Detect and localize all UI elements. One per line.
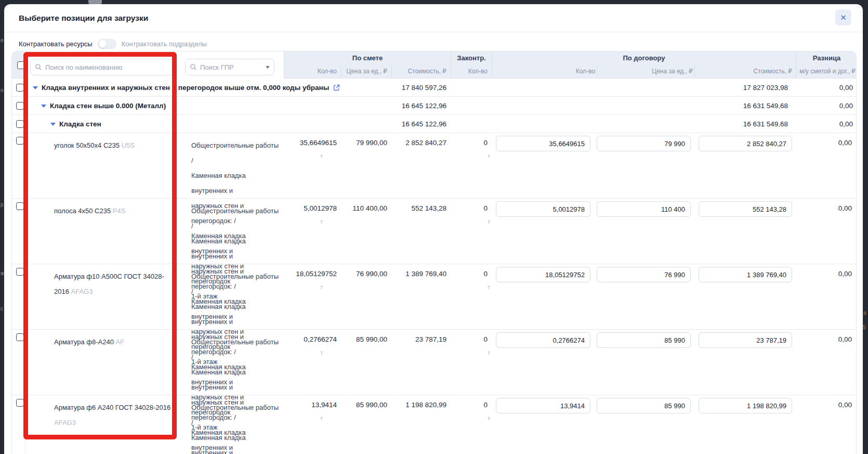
group-contract-cost: 16 631 549,68	[699, 97, 792, 115]
subheader-estimate-cost: Стоимость, ₽	[391, 65, 451, 77]
difference-value: 0,00	[796, 335, 857, 343]
contract-qty-input[interactable]	[496, 398, 590, 413]
subheader-estimate-price: Цена за ед., ₽	[341, 65, 391, 77]
group-name: Кладка стен выше 0.000 (Металл)	[50, 97, 166, 115]
search-icon	[35, 63, 42, 71]
header-group-estimate: По смете	[284, 51, 451, 64]
external-link-icon[interactable]	[333, 84, 340, 92]
toggle-label: Контрактовать ресурсы	[19, 40, 93, 48]
difference-value: 0,00	[796, 204, 857, 212]
contracted-qty: 0	[451, 204, 492, 212]
unit-label: т	[451, 349, 490, 356]
contract-price-input[interactable]	[597, 398, 691, 413]
toggle-secondary-label: Контрактовать подразделы	[122, 40, 207, 48]
contract-price-input[interactable]	[597, 201, 691, 217]
backdrop-fragment: 5	[863, 325, 866, 330]
table-rows: Кладка внутренних и наружных стен и пере…	[12, 79, 856, 454]
chevron-down-icon[interactable]	[266, 66, 270, 69]
contract-qty-input[interactable]	[496, 201, 590, 217]
toggle-knob	[99, 40, 107, 48]
estimate-cost: 1 198 820,99	[391, 401, 451, 409]
load-positions-modal: Выберите позиции для загрузки ✕ Контракт…	[4, 4, 863, 454]
unit-label: т	[284, 284, 323, 290]
unit-label: т	[284, 153, 323, 159]
unit-label: т	[451, 284, 490, 290]
backdrop-fragment: с	[1, 306, 3, 312]
difference-value: 0,00	[796, 139, 857, 147]
contract-price-input[interactable]	[597, 332, 691, 348]
item-name: Арматура ф6 А240 ГОСТ 34028-2016	[54, 404, 170, 411]
contract-cost-input[interactable]	[699, 136, 792, 151]
backdrop-fragment: о	[1, 87, 4, 93]
unit-label: т	[451, 415, 490, 421]
select-all-checkbox[interactable]	[17, 61, 25, 69]
search-by-name	[30, 59, 176, 75]
contracted-qty: 0	[451, 401, 492, 409]
subheader-difference: м/у сметой и дог., ₽	[796, 65, 856, 77]
backdrop-fragment: е	[1, 37, 4, 43]
item-name: полоса 4x50 С235	[54, 207, 111, 215]
backdrop-fragment: ж	[1, 270, 4, 276]
contract-cost-input[interactable]	[699, 398, 792, 413]
close-icon[interactable]: ✕	[835, 9, 851, 25]
item-code: AF	[116, 338, 125, 346]
row-checkbox[interactable]	[16, 399, 24, 407]
contract-resources-toggle[interactable]	[98, 39, 116, 49]
unit-label: т	[451, 218, 490, 225]
table-row: Арматура ф6 А240 ГОСТ 34028-2016 AFAG3 О…	[12, 395, 856, 454]
row-checkbox[interactable]	[16, 137, 24, 145]
search-gpr-input[interactable]	[200, 63, 262, 71]
estimate-qty: 0,2766274	[284, 335, 341, 343]
contract-qty-input[interactable]	[496, 267, 590, 282]
search-gpr	[185, 59, 274, 75]
table-header: По смете Законтр. По договору Разница Ко…	[12, 51, 856, 79]
backdrop-fragment: а	[863, 310, 866, 316]
group-name: Кладка внутренних и наружных стен и пере…	[42, 79, 329, 97]
group-estimate-cost: 17 840 597,26	[391, 79, 451, 97]
row-checkbox[interactable]	[16, 102, 24, 110]
contracted-qty: 0	[451, 335, 492, 343]
table-row: Арматура ф8-А240 AF Общестроительные раб…	[12, 330, 856, 395]
contract-qty-input[interactable]	[496, 136, 590, 151]
contract-price-input[interactable]	[597, 136, 691, 151]
contract-qty-input[interactable]	[496, 332, 590, 348]
group-difference: 0,00	[796, 115, 857, 133]
estimate-cost: 552 143,28	[391, 204, 451, 212]
difference-value: 0,00	[796, 401, 857, 409]
row-checkbox[interactable]	[16, 268, 24, 276]
contract-cost-input[interactable]	[699, 332, 792, 348]
contract-price-input[interactable]	[597, 267, 691, 282]
item-name: Арматура ф8-А240	[54, 338, 114, 346]
contract-cost-input[interactable]	[699, 201, 792, 217]
estimate-price: 85 990,00	[341, 335, 391, 343]
search-name-input[interactable]	[45, 63, 172, 71]
item-code: P4S	[113, 207, 126, 215]
group-difference: 0,00	[796, 79, 857, 97]
estimate-qty: 13,9414	[284, 401, 341, 409]
row-checkbox[interactable]	[16, 84, 24, 92]
item-name: уголок 50x50x4 С235	[54, 141, 120, 149]
row-checkbox[interactable]	[16, 120, 24, 128]
table-row: полоса 4x50 С235 P4S Общестроительные ра…	[12, 199, 856, 264]
collapse-caret-icon[interactable]	[33, 86, 38, 89]
header-group-contract: По договору	[492, 51, 796, 64]
collapse-caret-icon[interactable]	[50, 123, 56, 126]
group-estimate-cost: 16 645 122,96	[391, 115, 451, 133]
group-name: Кладка стен	[59, 115, 101, 133]
header-group-contracted: Законтр.	[451, 51, 492, 64]
collapse-caret-icon[interactable]	[41, 105, 46, 108]
row-checkbox[interactable]	[16, 202, 24, 210]
group-difference: 0,00	[796, 97, 857, 115]
group-contract-cost: 16 631 549,68	[699, 115, 792, 133]
modal-titlebar: Выберите позиции для загрузки ✕	[4, 4, 863, 32]
estimate-qty: 35,6649615	[284, 139, 341, 147]
subheader-contract-cost: Стоимость, ₽	[694, 65, 792, 77]
subheader-estimate-qty: Кол-во	[284, 65, 341, 77]
row-checkbox[interactable]	[16, 333, 24, 341]
header-group-difference: Разница	[796, 51, 857, 64]
estimate-price: 79 990,00	[341, 139, 391, 147]
search-icon	[190, 63, 197, 71]
contracted-qty: 0	[451, 139, 492, 147]
contract-cost-input[interactable]	[699, 267, 792, 282]
modal-title: Выберите позиции для загрузки	[19, 14, 148, 23]
